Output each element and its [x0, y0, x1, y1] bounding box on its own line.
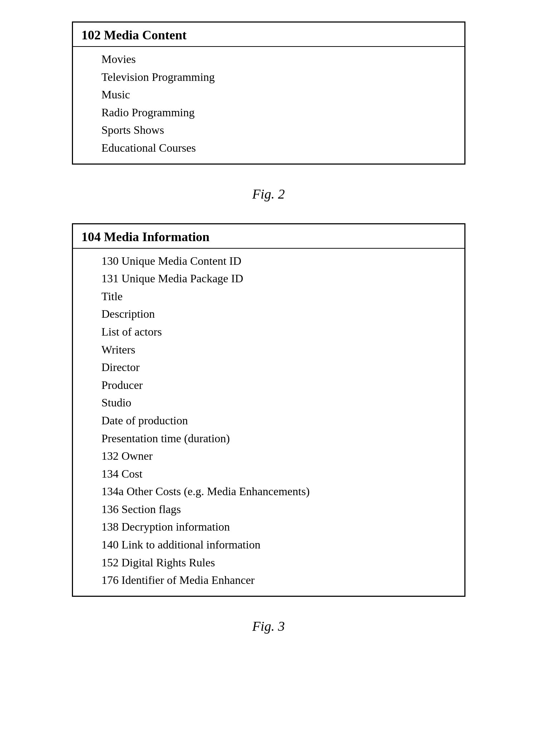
list-item: Description: [102, 305, 456, 323]
fig3-box-title: 104 Media Information: [82, 230, 210, 244]
list-item: Title: [102, 288, 456, 306]
fig2-box-header: 102 Media Content: [73, 23, 464, 47]
list-item: 134a Other Costs (e.g. Media Enhancement…: [102, 483, 456, 501]
list-item: 130 Unique Media Content ID: [102, 252, 456, 270]
list-item: List of actors: [102, 323, 456, 341]
fig2-label: Fig. 2: [252, 186, 285, 202]
list-item: Date of production: [102, 412, 456, 430]
list-item: 138 Decryption information: [102, 518, 456, 536]
fig3-box-header: 104 Media Information: [73, 224, 464, 249]
fig3-label: Fig. 3: [252, 618, 285, 634]
list-item: Music: [102, 86, 456, 104]
list-item: 176 Identifier of Media Enhancer: [102, 571, 456, 589]
list-item: Movies: [102, 50, 456, 68]
list-item: Radio Programming: [102, 104, 456, 122]
page-container: 102 Media Content Movies Television Prog…: [72, 21, 465, 655]
list-item: 152 Digital Rights Rules: [102, 554, 456, 572]
list-item: Producer: [102, 376, 456, 394]
fig3-box: 104 Media Information 130 Unique Media C…: [72, 223, 465, 597]
fig2-box-title: 102 Media Content: [82, 28, 187, 42]
list-item: 132 Owner: [102, 447, 456, 465]
fig3-box-body: 130 Unique Media Content ID 131 Unique M…: [73, 249, 464, 596]
fig2-box: 102 Media Content Movies Television Prog…: [72, 21, 465, 165]
list-item: Sports Shows: [102, 121, 456, 139]
list-item: Presentation time (duration): [102, 430, 456, 448]
list-item: Director: [102, 359, 456, 376]
list-item: Television Programming: [102, 68, 456, 86]
list-item: 140 Link to additional information: [102, 536, 456, 554]
list-item: Writers: [102, 341, 456, 359]
list-item: Studio: [102, 394, 456, 412]
list-item: Educational Courses: [102, 139, 456, 157]
list-item: 131 Unique Media Package ID: [102, 270, 456, 288]
list-item: 134 Cost: [102, 465, 456, 483]
list-item: 136 Section flags: [102, 501, 456, 518]
fig2-box-body: Movies Television Programming Music Radi…: [73, 47, 464, 164]
